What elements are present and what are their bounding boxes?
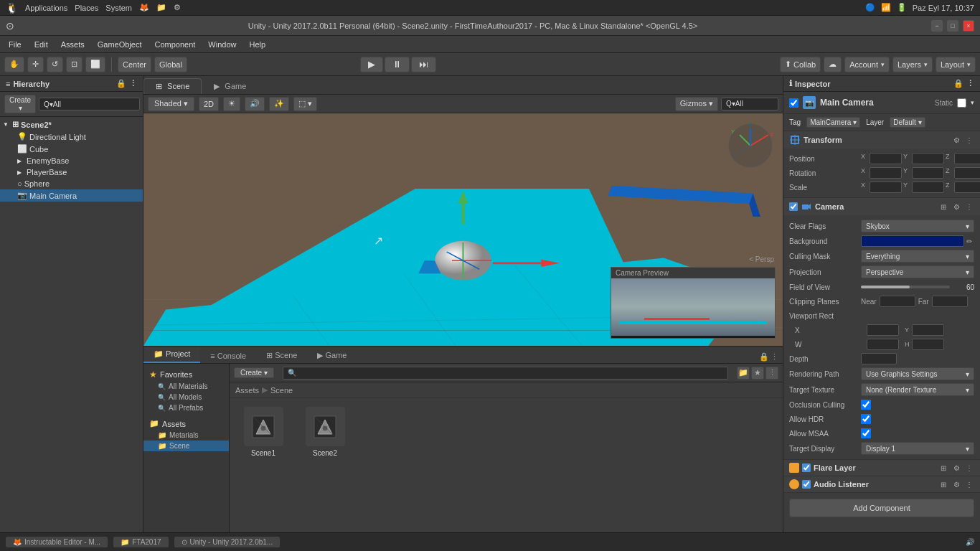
shaded-mode-button[interactable]: Shaded ▾ — [148, 97, 194, 111]
hierarchy-create-button[interactable]: Create ▾ — [4, 95, 36, 113]
fov-slider[interactable] — [861, 286, 950, 288]
taskbar-audio-icon[interactable]: 🔊 — [966, 538, 974, 546]
project-more-icon[interactable]: ⋮ — [765, 367, 778, 380]
hand-tool-button[interactable]: ✋ — [4, 57, 24, 72]
flare-ref-icon[interactable]: ⊞ — [938, 463, 948, 473]
hierarchy-search-input[interactable] — [39, 98, 140, 110]
system-menu[interactable]: System — [105, 4, 132, 12]
layout-dropdown[interactable]: Layout — [936, 57, 976, 72]
hierarchy-item-scene2[interactable]: ▼ ⊞ Scene2* — [0, 118, 143, 131]
add-component-button[interactable]: Add Component — [789, 499, 974, 517]
rotation-x-input[interactable]: 0 — [870, 167, 902, 179]
proj-item-scene[interactable]: 📁 Scene — [143, 441, 229, 451]
background-edit-icon[interactable]: ✏ — [964, 237, 974, 246]
proj-item-all-models[interactable]: 🔍 All Models — [143, 392, 229, 402]
tag-dropdown[interactable]: MainCamera ▾ — [806, 117, 860, 128]
rotate-tool-button[interactable]: ↺ — [47, 57, 63, 72]
rendering-path-dropdown[interactable]: Use Graphics Settings ▾ — [861, 367, 974, 380]
project-search-input[interactable] — [283, 367, 728, 380]
audio-listener-checkbox[interactable] — [802, 480, 811, 489]
background-color-picker[interactable] — [861, 235, 964, 247]
viewport-w-input[interactable]: 1 — [867, 339, 899, 350]
files-icon[interactable]: 📁 — [156, 3, 166, 12]
target-texture-dropdown[interactable]: None (Render Texture ▾ — [861, 383, 974, 396]
flare-more-icon[interactable]: ⋮ — [964, 463, 974, 473]
flare-layer-header[interactable]: Flare Layer ⊞ ⚙ ⋮ — [783, 460, 980, 476]
culling-mask-dropdown[interactable]: Everything ▾ — [861, 250, 974, 263]
global-button[interactable]: Global — [154, 57, 187, 72]
pause-button[interactable]: ⏸ — [385, 57, 410, 72]
allow-msaa-checkbox[interactable] — [861, 428, 871, 438]
inspector-lock-icon[interactable]: 🔒 — [953, 79, 963, 88]
camera-more-icon[interactable]: ⋮ — [964, 202, 974, 212]
places-menu[interactable]: Places — [75, 4, 98, 12]
transform-header[interactable]: Transform ⚙ ⋮ — [783, 131, 980, 149]
flare-settings-icon[interactable]: ⚙ — [951, 463, 961, 473]
scale-y-input[interactable]: 1 — [912, 182, 944, 193]
viewport-y-input[interactable]: 0 — [912, 324, 944, 336]
occlusion-culling-checkbox[interactable] — [861, 400, 871, 410]
projection-dropdown[interactable]: Perspective ▾ — [861, 265, 974, 278]
audio-listener-header[interactable]: Audio Listener ⊞ ⚙ ⋮ — [783, 476, 980, 492]
step-button[interactable]: ⏭ — [411, 57, 436, 72]
applications-menu[interactable]: Applications — [25, 4, 67, 12]
rect-tool-button[interactable]: ⬜ — [85, 57, 105, 72]
panel-more-icon[interactable]: ⋮ — [771, 352, 778, 362]
hierarchy-item-enemy-base[interactable]: ▶ EnemyBase — [0, 155, 143, 166]
tab-game[interactable]: ▶ Game — [202, 78, 258, 94]
camera-header[interactable]: Camera ⊞ ⚙ ⋮ — [783, 198, 980, 215]
menu-file[interactable]: File — [3, 39, 27, 50]
rotation-z-input[interactable]: 0 — [954, 167, 980, 179]
scale-z-input[interactable]: 1 — [954, 182, 980, 193]
target-display-dropdown[interactable]: Display 1 ▾ — [861, 442, 974, 455]
hierarchy-item-directional-light[interactable]: 💡 Directional Light — [0, 131, 143, 143]
transform-settings-icon[interactable]: ⚙ — [951, 135, 961, 145]
gizmos-button[interactable]: Gizmos ▾ — [675, 97, 718, 111]
scene-viewport[interactable]: X Y Z < Persp ↗ Camera Preview — [143, 113, 783, 346]
hierarchy-item-sphere[interactable]: ○ Sphere — [0, 178, 143, 189]
collab-button[interactable]: ⬆ Collab — [780, 57, 821, 72]
tab-project[interactable]: 📁 Project — [143, 347, 200, 363]
far-input[interactable]: 1000 — [932, 296, 968, 307]
allow-hdr-checkbox[interactable] — [861, 414, 871, 424]
maximize-button[interactable]: □ — [947, 20, 958, 32]
breadcrumb-scene[interactable]: Scene — [270, 386, 293, 395]
inspector-more-icon[interactable]: ⋮ — [966, 79, 974, 88]
fta-taskbar-item[interactable]: 📁 FTA2017 — [113, 537, 168, 547]
center-button[interactable]: Center — [118, 57, 151, 72]
camera-ref-icon[interactable]: ⊞ — [938, 202, 948, 212]
audio-ref-icon[interactable]: ⊞ — [938, 479, 948, 489]
viewport-x-input[interactable]: 0 — [867, 324, 899, 336]
project-star-icon[interactable]: ★ — [751, 367, 764, 380]
transform-more-icon[interactable]: ⋮ — [964, 135, 974, 145]
layers-dropdown[interactable]: Layers — [892, 57, 933, 72]
viewport-h-input[interactable]: 1 — [912, 339, 944, 350]
object-active-checkbox[interactable] — [789, 98, 798, 108]
menu-edit[interactable]: Edit — [29, 39, 54, 50]
camera-enabled-checkbox[interactable] — [789, 202, 798, 211]
hierarchy-lock-icon[interactable]: 🔒 — [116, 79, 126, 88]
menu-help[interactable]: Help — [243, 39, 271, 50]
clear-flags-dropdown[interactable]: Skybox ▾ — [861, 220, 974, 232]
unity-taskbar-item[interactable]: ⊙ Unity - Unity 2017.2.0b1... — [174, 537, 281, 547]
play-button[interactable]: ▶ — [360, 57, 383, 72]
rotation-y-input[interactable]: -90 — [912, 167, 944, 179]
firefox-taskbar-item[interactable]: 🦊 Instructable Editor - M... — [6, 537, 108, 547]
scene-effects-button[interactable]: ⬚ ▾ — [293, 97, 317, 111]
favorites-section-header[interactable]: ★ Favorites — [143, 368, 229, 381]
breadcrumb-assets[interactable]: Assets — [235, 386, 259, 395]
move-tool-button[interactable]: ✛ — [27, 57, 44, 72]
menu-component[interactable]: Component — [149, 39, 201, 50]
audio-more-icon[interactable]: ⋮ — [964, 479, 974, 489]
2d-toggle-button[interactable]: 2D — [199, 97, 219, 111]
tab-scene[interactable]: ⊞ Scene — [143, 78, 202, 94]
scene-light-button[interactable]: ☀ — [223, 97, 240, 111]
assets-section-header[interactable]: 📁 Assets — [143, 418, 229, 430]
file-scene1[interactable]: Scene1 — [238, 407, 288, 457]
project-folder-icon[interactable]: 📁 — [737, 367, 750, 380]
project-create-button[interactable]: Create ▾ — [234, 367, 274, 378]
layer-dropdown[interactable]: Default ▾ — [890, 117, 925, 128]
hierarchy-item-main-camera[interactable]: 📷 Main Camera — [0, 189, 143, 202]
static-arrow-icon[interactable]: ▾ — [971, 99, 974, 106]
camera-settings-icon[interactable]: ⚙ — [951, 202, 961, 212]
